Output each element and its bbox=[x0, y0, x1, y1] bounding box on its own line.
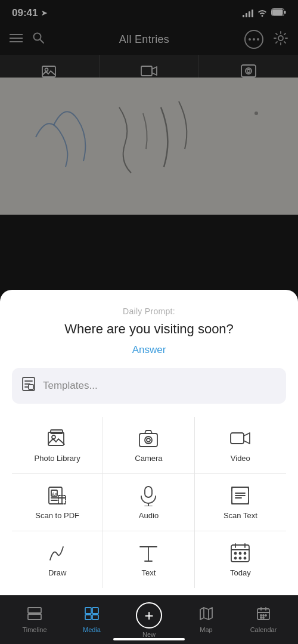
svg-point-76 bbox=[260, 617, 262, 618]
action-scan-text-label: Scan Text bbox=[224, 511, 257, 520]
svg-point-57 bbox=[235, 558, 237, 559]
svg-rect-26 bbox=[51, 430, 63, 434]
svg-point-75 bbox=[265, 615, 266, 616]
answer-link[interactable]: Answer bbox=[12, 344, 286, 356]
today-action-icon bbox=[229, 542, 251, 564]
video-action-icon bbox=[229, 428, 251, 449]
svg-rect-61 bbox=[28, 614, 41, 620]
action-grid: Photo Library Camera Video bbox=[12, 417, 286, 588]
action-video-label: Video bbox=[231, 454, 250, 463]
svg-text:A≡: A≡ bbox=[52, 492, 57, 496]
draw-action-icon bbox=[46, 542, 68, 564]
svg-rect-62 bbox=[85, 608, 91, 614]
map-icon bbox=[200, 607, 213, 624]
templates-icon bbox=[21, 376, 36, 395]
photo-library-action-icon bbox=[46, 428, 68, 449]
svg-rect-60 bbox=[28, 608, 41, 613]
tab-media-label: Media bbox=[83, 626, 101, 633]
svg-point-58 bbox=[240, 558, 241, 559]
tab-map[interactable]: Map bbox=[178, 607, 235, 633]
svg-point-59 bbox=[244, 558, 246, 559]
daily-prompt-label: Daily Prompt: bbox=[12, 306, 286, 316]
action-draw[interactable]: Draw bbox=[12, 531, 103, 588]
svg-point-29 bbox=[145, 436, 152, 444]
home-indicator bbox=[113, 638, 185, 640]
svg-marker-32 bbox=[244, 433, 250, 444]
audio-action-icon bbox=[138, 485, 159, 506]
tab-timeline[interactable]: Timeline bbox=[6, 607, 63, 633]
tab-map-label: Map bbox=[200, 626, 212, 633]
svg-point-54 bbox=[235, 553, 237, 555]
svg-point-56 bbox=[244, 553, 246, 555]
svg-point-55 bbox=[240, 553, 241, 555]
calendar-icon bbox=[257, 607, 270, 624]
scan-pdf-action-icon: A≡ bbox=[46, 485, 68, 506]
action-scan-to-pdf[interactable]: A≡ Scan to PDF bbox=[12, 474, 103, 531]
svg-marker-66 bbox=[200, 608, 212, 620]
tab-calendar[interactable]: Calendar bbox=[235, 607, 292, 633]
action-scan-to-pdf-label: Scan to PDF bbox=[35, 511, 79, 520]
templates-bar[interactable]: Templates... bbox=[12, 368, 286, 404]
action-draw-label: Draw bbox=[48, 568, 66, 577]
new-entry-button[interactable]: + bbox=[136, 602, 162, 628]
action-camera-label: Camera bbox=[135, 454, 162, 463]
action-text-label: Text bbox=[142, 568, 156, 577]
action-text[interactable]: Text bbox=[103, 531, 194, 588]
daily-prompt-text: Where are you visiting soon? bbox=[12, 321, 286, 338]
svg-rect-28 bbox=[139, 434, 157, 447]
action-camera[interactable]: Camera bbox=[103, 417, 194, 474]
svg-rect-24 bbox=[29, 385, 33, 389]
plus-icon: + bbox=[144, 608, 153, 623]
timeline-icon bbox=[27, 607, 42, 624]
scan-text-action-icon bbox=[229, 485, 251, 506]
tab-timeline-label: Timeline bbox=[22, 626, 46, 633]
action-video[interactable]: Video bbox=[195, 417, 286, 474]
action-scan-text[interactable]: Scan Text bbox=[195, 474, 286, 531]
action-audio-label: Audio bbox=[139, 511, 159, 520]
svg-point-27 bbox=[52, 435, 55, 439]
svg-rect-63 bbox=[92, 608, 98, 614]
svg-point-30 bbox=[147, 438, 150, 442]
action-photo-library[interactable]: Photo Library bbox=[12, 417, 103, 474]
action-photo-library-label: Photo Library bbox=[35, 454, 80, 463]
action-today-label: Today bbox=[230, 568, 251, 577]
tab-bar: Timeline Media + New Map bbox=[0, 595, 298, 644]
tab-media[interactable]: Media bbox=[63, 607, 120, 633]
new-btn-label: New bbox=[142, 631, 156, 638]
svg-rect-40 bbox=[145, 487, 152, 497]
svg-point-77 bbox=[263, 617, 264, 618]
bottom-sheet: Daily Prompt: Where are you visiting soo… bbox=[0, 290, 298, 602]
tab-calendar-label: Calendar bbox=[250, 626, 277, 633]
text-action-icon bbox=[138, 542, 159, 564]
svg-rect-64 bbox=[85, 615, 91, 620]
svg-rect-31 bbox=[231, 433, 244, 444]
action-today[interactable]: Today bbox=[195, 531, 286, 588]
svg-rect-25 bbox=[48, 432, 64, 445]
svg-rect-65 bbox=[92, 615, 98, 620]
camera-action-icon bbox=[138, 428, 159, 449]
svg-point-74 bbox=[263, 615, 264, 616]
templates-placeholder: Templates... bbox=[43, 380, 98, 392]
media-tab-icon bbox=[85, 607, 99, 624]
svg-point-73 bbox=[260, 615, 262, 616]
new-entry-button-wrap: + New bbox=[120, 602, 178, 638]
action-audio[interactable]: Audio bbox=[103, 474, 194, 531]
